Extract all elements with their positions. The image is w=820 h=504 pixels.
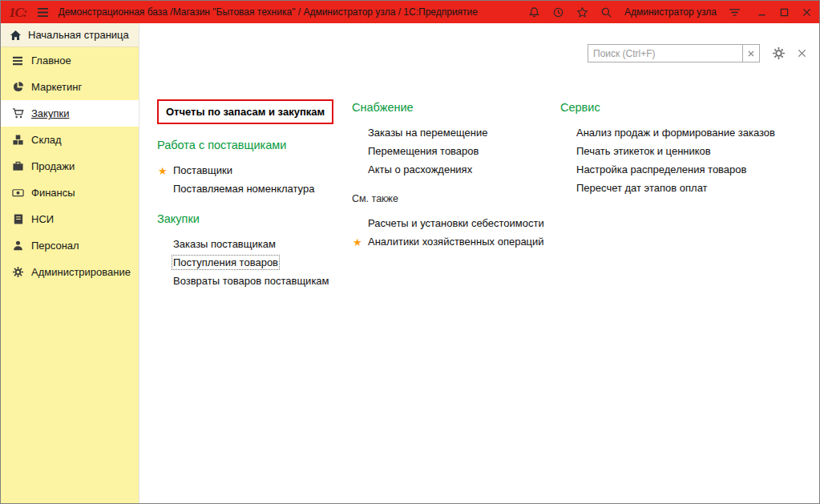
sidebar-item-sklad[interactable]: Склад [1, 127, 139, 153]
marketing-icon [11, 81, 24, 94]
search-input[interactable] [588, 45, 742, 62]
column-3: Сервис Анализ продаж и формирование зака… [560, 99, 813, 197]
section-servis: Сервис Анализ продаж и формирование зака… [560, 101, 813, 197]
history-icon[interactable] [552, 6, 564, 18]
maximize-button[interactable] [780, 8, 789, 17]
app-window: 1С: Демонстрационная база /Магазин "Быто… [0, 0, 820, 504]
main-menu-icon[interactable] [37, 7, 49, 18]
sections-panel: Начальная страница Главное Маркетинг Зак… [1, 23, 139, 503]
purchases-cart-icon [11, 107, 24, 120]
search-icon[interactable] [600, 6, 612, 18]
title-bar: 1С: Демонстрационная база /Магазин "Быто… [1, 1, 819, 23]
sidebar-item-home[interactable]: Начальная страница [1, 23, 139, 47]
favorite-star-icon: ★ [353, 236, 362, 247]
sidebar-item-marketing[interactable]: Маркетинг [1, 74, 139, 100]
search-clear-button[interactable] [742, 45, 759, 62]
sidebar-home-label: Начальная страница [28, 29, 129, 41]
home-icon [9, 29, 22, 42]
administration-gear-icon [11, 266, 24, 279]
link-zakazy-na-peremeshchenie[interactable]: Заказы на перемещение [352, 123, 560, 142]
service-menu-icon[interactable] [729, 7, 741, 18]
section-see-also: См. также Расчеты и установки себестоимо… [352, 193, 560, 251]
window-title: Демонстрационная база /Магазин "Бытовая … [59, 6, 479, 18]
link-postavlyaemaya-nomenklatura[interactable]: Поставляемая номенклатура [157, 179, 352, 198]
current-user-label[interactable]: Администратор узла [624, 6, 717, 18]
section-snabzhenie: Снабжение Заказы на перемещение Перемеще… [352, 101, 560, 179]
link-zakazy-postavshchikam[interactable]: Заказы поставщикам [157, 235, 352, 253]
reports-stocks-purchases-command[interactable]: Отчеты по запасам и закупкам [157, 99, 333, 124]
main-section-icon [11, 54, 24, 67]
section-suppliers-work: Работа с поставщиками ★ Поставщики Поста… [157, 139, 352, 198]
finance-icon [11, 187, 24, 200]
sidebar-item-nsi[interactable]: НСИ [1, 206, 139, 232]
section-heading: Сервис [560, 101, 813, 114]
favorite-star-icon: ★ [158, 165, 168, 175]
see-also-heading: См. также [352, 193, 560, 204]
section-heading: Закупки [157, 212, 352, 225]
link-raschety-sebestoimosti[interactable]: Расчеты и установки себестоимости [352, 214, 560, 232]
link-nastroyka-raspredeleniya[interactable]: Настройка распределения товаров [560, 160, 813, 179]
sidebar-item-prodazhi[interactable]: Продажи [1, 153, 139, 179]
search-box [588, 44, 760, 62]
link-postavshchiki[interactable]: ★ Поставщики [157, 161, 352, 179]
warehouse-icon [11, 134, 24, 147]
minimize-button[interactable] [757, 8, 766, 17]
column-1: Отчеты по запасам и закупкам Работа с по… [157, 99, 352, 290]
section-zakupki: Закупки Заказы поставщикам Поступления т… [157, 212, 352, 290]
section-heading: Работа с поставщиками [157, 139, 352, 151]
personnel-icon [11, 240, 24, 252]
link-pereschet-dat[interactable]: Пересчет дат этапов оплат [560, 179, 813, 197]
section-heading: Снабжение [352, 101, 560, 114]
1c-logo: 1С: [9, 6, 27, 19]
column-2: Снабжение Заказы на перемещение Перемеще… [352, 99, 560, 251]
link-vozvraty-tovarov[interactable]: Возвраты товаров поставщикам [157, 272, 352, 290]
link-analiz-prodazh[interactable]: Анализ продаж и формирование заказов [560, 123, 813, 142]
notifications-bell-icon[interactable] [528, 6, 540, 18]
panel-settings-gear-icon[interactable] [772, 46, 786, 60]
sales-icon [11, 160, 24, 173]
sidebar-item-personal[interactable]: Персонал [1, 232, 139, 259]
command-columns: Отчеты по запасам и закупкам Работа с по… [157, 99, 813, 290]
sidebar-item-zakupki[interactable]: Закупки [1, 100, 139, 127]
link-akty-o-raskhozhdeniyakh[interactable]: Акты о расхождениях [352, 160, 560, 179]
sidebar-item-administrirovanie[interactable]: Администрирование [1, 259, 139, 285]
functions-panel: Отчеты по запасам и закупкам Работа с по… [139, 23, 819, 503]
close-window-button[interactable] [802, 8, 811, 17]
favorites-star-icon[interactable] [576, 6, 588, 18]
close-panel-icon[interactable] [798, 49, 806, 58]
link-analitiki-operatsiy[interactable]: ★ Аналитики хозяйственных операций [352, 232, 560, 251]
link-pechat-etiketok[interactable]: Печать этикеток и ценников [560, 142, 813, 160]
reports-command-label: Отчеты по запасам и закупкам [166, 106, 325, 118]
sidebar-item-glavnoe[interactable]: Главное [1, 47, 139, 74]
link-peremeshcheniya-tovarov[interactable]: Перемещения товаров [352, 142, 560, 160]
link-postupleniya-tovarov[interactable]: Поступления товаров [157, 253, 352, 272]
sidebar-item-finansy[interactable]: Финансы [1, 179, 139, 206]
reference-data-icon [11, 213, 24, 226]
